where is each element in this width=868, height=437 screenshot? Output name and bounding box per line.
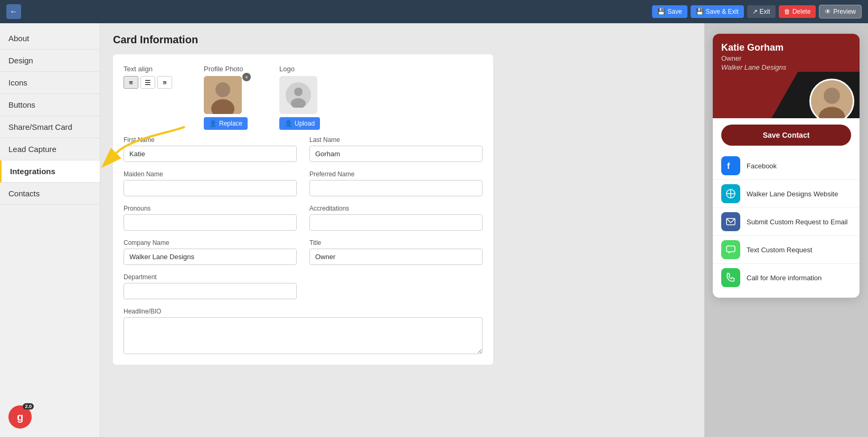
content-area: Card Information Text align ≡ ☰ ≡ Profil… <box>100 23 704 437</box>
department-field: Department <box>124 273 297 299</box>
company-name-label: Company Name <box>124 239 297 246</box>
save-button[interactable]: 💾 Save <box>652 5 687 18</box>
preferred-name-input[interactable] <box>309 180 483 196</box>
maiden-name-input[interactable] <box>124 180 297 196</box>
sidebar: About Design Icons Buttons Share/Smart C… <box>0 23 100 437</box>
email-label: Submit Custom Request to Email <box>747 218 847 226</box>
delete-button[interactable]: 🗑 Delete <box>779 5 816 18</box>
company-name-field: Company Name <box>124 239 297 265</box>
align-center-button[interactable]: ☰ <box>140 76 155 89</box>
facebook-icon: f <box>721 156 740 175</box>
logo-section: Logo 👤 Upload <box>279 65 320 130</box>
phone-label: Call for More information <box>747 274 822 282</box>
last-name-field: Last Name <box>309 136 483 162</box>
save-exit-button[interactable]: 💾 Save & Exit <box>691 5 744 18</box>
align-buttons: ≡ ☰ ≡ <box>124 76 172 89</box>
sidebar-item-integrations[interactable]: Integrations <box>0 160 100 183</box>
svg-rect-14 <box>727 246 735 252</box>
facebook-link[interactable]: f Facebook <box>713 152 860 180</box>
website-label: Walker Lane Designs Website <box>747 190 838 198</box>
save-exit-icon: 💾 <box>696 8 704 15</box>
title-label: Title <box>309 239 483 246</box>
sidebar-item-about[interactable]: About <box>0 27 100 50</box>
exit-button[interactable]: ↗ Exit <box>747 5 776 18</box>
exit-icon: ↗ <box>752 8 758 15</box>
sidebar-logo: g 2.0 <box>8 405 32 429</box>
headline-bio-label: Headline/BIO <box>124 308 483 315</box>
website-link[interactable]: Walker Lane Designs Website <box>713 180 860 208</box>
save-contact-button[interactable]: Save Contact <box>721 125 851 146</box>
phone-icon <box>721 268 740 287</box>
align-right-button[interactable]: ≡ <box>157 76 172 89</box>
pronouns-field: Pronouns <box>124 205 297 231</box>
back-button[interactable]: ← <box>6 4 21 19</box>
logo-badge: 2.0 <box>23 403 34 410</box>
align-left-button[interactable]: ≡ <box>124 76 138 89</box>
fields-grid: First Name Last Name Maiden Name Preferr… <box>124 136 483 354</box>
title-input[interactable] <box>309 249 483 265</box>
logo-circle: g 2.0 <box>8 405 32 429</box>
sidebar-item-buttons[interactable]: Buttons <box>0 94 100 116</box>
text-link[interactable]: Text Custom Request <box>713 236 860 264</box>
preview-icon: 👁 <box>825 8 831 15</box>
department-label: Department <box>124 273 297 281</box>
maiden-name-field: Maiden Name <box>124 170 297 196</box>
card-avatar <box>809 79 854 118</box>
svg-point-4 <box>294 88 303 96</box>
card-company: Walker Lane Designs <box>721 63 851 71</box>
nav-left: ← <box>6 4 21 19</box>
text-align-section: Text align ≡ ☰ ≡ <box>124 65 172 130</box>
svg-point-1 <box>215 82 230 97</box>
nav-right: 💾 Save 💾 Save & Exit ↗ Exit 🗑 Delete 👁 P… <box>652 5 862 18</box>
profile-photo-image <box>204 76 242 114</box>
card-form: Text align ≡ ☰ ≡ Profile Photo <box>113 54 493 365</box>
top-navigation: ← 💾 Save 💾 Save & Exit ↗ Exit 🗑 Delete 👁… <box>0 0 868 23</box>
first-name-field: First Name <box>124 136 297 162</box>
profile-photo-label: Profile Photo <box>204 65 248 73</box>
card-name: Katie Gorham <box>721 42 851 53</box>
form-header-row: Text align ≡ ☰ ≡ Profile Photo <box>124 65 483 130</box>
department-input[interactable] <box>124 283 297 299</box>
accreditations-label: Accreditations <box>309 205 483 212</box>
preferred-name-field: Preferred Name <box>309 170 483 196</box>
phone-link[interactable]: Call for More information <box>713 264 860 291</box>
maiden-name-label: Maiden Name <box>124 170 297 178</box>
pronouns-input[interactable] <box>124 214 297 231</box>
preview-button[interactable]: 👁 Preview <box>819 5 862 18</box>
sidebar-item-share[interactable]: Share/Smart Card <box>0 116 100 138</box>
pronouns-label: Pronouns <box>124 205 297 212</box>
email-link[interactable]: Submit Custom Request to Email <box>713 208 860 236</box>
card-title-text: Owner <box>721 54 851 62</box>
upload-logo-button[interactable]: 👤 Upload <box>279 117 320 130</box>
replace-photo-button[interactable]: 👤 Replace <box>204 117 248 130</box>
sidebar-item-contacts[interactable]: Contacts <box>0 183 100 205</box>
page-title: Card Information <box>113 34 692 46</box>
headline-bio-input[interactable] <box>124 317 483 354</box>
logo-label: Logo <box>279 65 320 73</box>
last-name-label: Last Name <box>309 136 483 144</box>
main-layout: About Design Icons Buttons Share/Smart C… <box>0 23 868 437</box>
card-header: Katie Gorham Owner Walker Lane Designs <box>713 34 860 118</box>
contact-links: f Facebook Walker Lane Designs Website S… <box>713 150 860 298</box>
last-name-input[interactable] <box>309 146 483 162</box>
replace-icon: 👤 <box>209 120 217 127</box>
upload-icon: 👤 <box>285 120 293 127</box>
first-name-label: First Name <box>124 136 297 144</box>
facebook-label: Facebook <box>747 162 777 170</box>
website-icon <box>721 184 740 203</box>
accreditations-input[interactable] <box>309 214 483 231</box>
profile-photo-section: Profile Photo × 👤 <box>204 65 248 130</box>
first-name-input[interactable] <box>124 146 297 162</box>
sidebar-item-design[interactable]: Design <box>0 50 100 72</box>
sidebar-item-icons[interactable]: Icons <box>0 72 100 94</box>
svg-point-7 <box>824 87 840 103</box>
headline-bio-field: Headline/BIO <box>124 308 483 354</box>
text-align-label: Text align <box>124 65 172 73</box>
save-icon: 💾 <box>657 8 665 15</box>
photo-close-button[interactable]: × <box>242 73 251 81</box>
sidebar-item-lead-capture[interactable]: Lead Capture <box>0 138 100 160</box>
company-name-input[interactable] <box>124 249 297 265</box>
accreditations-field: Accreditations <box>309 205 483 231</box>
title-field: Title <box>309 239 483 265</box>
preview-panel: Katie Gorham Owner Walker Lane Designs S… <box>704 23 868 437</box>
